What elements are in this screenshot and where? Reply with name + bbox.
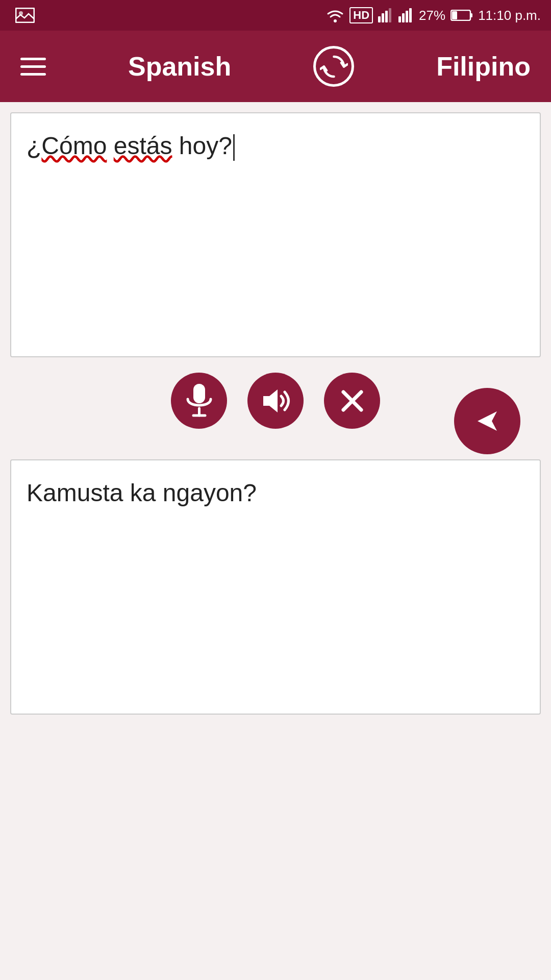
svg-rect-0 xyxy=(16,8,34,22)
svg-rect-9 xyxy=(406,11,408,22)
svg-rect-12 xyxy=(470,13,472,17)
input-panel[interactable]: ¿Cómo estás hoy? xyxy=(10,112,541,357)
app-bar: Spanish Filipino xyxy=(0,31,551,102)
svg-rect-8 xyxy=(402,13,405,22)
status-bar: HD 27% 11:10 p.m. xyxy=(0,0,551,31)
svg-rect-3 xyxy=(378,16,381,22)
clear-button[interactable] xyxy=(324,373,380,429)
status-bar-right: HD 27% 11:10 p.m. xyxy=(326,7,541,23)
svg-rect-7 xyxy=(398,16,401,22)
image-icon xyxy=(15,8,35,23)
svg-rect-6 xyxy=(389,8,391,22)
svg-rect-5 xyxy=(385,11,388,22)
word-como: Cómo xyxy=(41,132,107,159)
battery-icon xyxy=(450,10,473,21)
word-estas: estás xyxy=(114,132,172,159)
microphone-button[interactable] xyxy=(171,373,227,429)
svg-rect-10 xyxy=(409,8,412,22)
translated-text: Kamusta ka ngayon? xyxy=(27,476,524,510)
battery-percent: 27% xyxy=(419,8,445,23)
time: 11:10 p.m. xyxy=(478,8,541,23)
main-content: ¿Cómo estás hoy? xyxy=(0,102,551,715)
source-text: ¿Cómo estás hoy? xyxy=(27,129,524,163)
menu-button[interactable] xyxy=(20,58,46,76)
svg-point-2 xyxy=(334,19,337,22)
hd-badge: HD xyxy=(349,7,373,23)
swap-languages-button[interactable] xyxy=(313,46,354,87)
target-language[interactable]: Filipino xyxy=(436,51,531,82)
speaker-button[interactable] xyxy=(247,373,304,429)
svg-rect-13 xyxy=(452,11,457,19)
svg-rect-4 xyxy=(382,13,384,22)
output-panel: Kamusta ka ngayon? xyxy=(10,459,541,715)
signal2-icon xyxy=(398,8,414,22)
source-language[interactable]: Spanish xyxy=(128,51,231,82)
signal1-icon xyxy=(378,8,393,22)
text-cursor xyxy=(233,134,235,161)
action-buttons-row xyxy=(10,357,541,439)
wifi-icon xyxy=(326,8,344,23)
svg-rect-14 xyxy=(193,384,205,403)
send-button[interactable] xyxy=(454,388,520,454)
status-bar-left xyxy=(15,8,35,23)
